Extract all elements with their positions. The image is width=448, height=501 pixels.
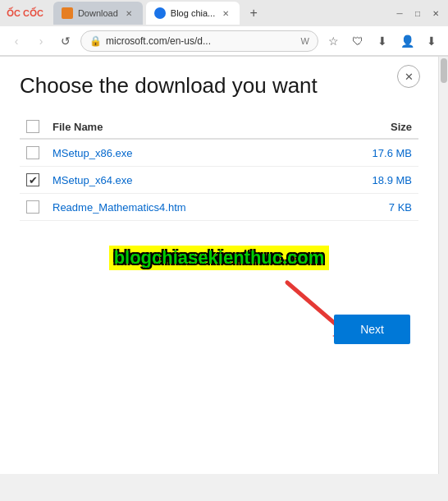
row1-filename-link[interactable]: MSetup_x86.exe <box>53 147 133 159</box>
lock-icon: 🔒 <box>89 35 102 47</box>
header-checkbox-col <box>20 115 46 139</box>
row3-checkbox[interactable] <box>26 200 39 214</box>
row1-size: 17.6 MB <box>320 139 418 167</box>
refresh-button[interactable]: ↺ <box>56 31 75 51</box>
size-header: Size <box>320 115 418 139</box>
download2-button[interactable]: ⬇ <box>422 31 441 51</box>
table-row: Readme_Mathematics4.htm 7 KB <box>20 194 418 221</box>
row2-size: 18.9 MB <box>320 167 418 194</box>
tab-download-label: Download <box>78 8 118 18</box>
file-table: File Name Size MSetup_x86.exe 17.6 MB <box>20 115 418 221</box>
scrollbar[interactable] <box>438 57 448 474</box>
tab-blog-label: Blog chia... <box>171 8 215 18</box>
page-container: ✕ Choose the download you want File Name… <box>0 57 448 474</box>
row1-size-value: 17.6 MB <box>373 147 412 159</box>
shield-button[interactable]: 🛡 <box>348 31 368 51</box>
row3-size: 7 KB <box>320 194 418 221</box>
title-bar: ỐC CỐC Download ✕ Blog chia... ✕ + ─ □ ✕ <box>0 0 448 26</box>
row1-filename: MSetup_x86.exe <box>46 139 320 167</box>
table-row: MSetup_x86.exe 17.6 MB <box>20 139 418 167</box>
bottom-area: Next <box>20 287 418 352</box>
filename-header: File Name <box>46 115 320 139</box>
row1-checkbox-cell <box>20 139 46 167</box>
table-row: ✔ MSetup_x64.exe 18.9 MB <box>20 167 418 194</box>
tab-download[interactable]: Download ✕ <box>53 2 143 25</box>
tab-blog[interactable]: Blog chia... ✕ <box>146 2 240 25</box>
close-button[interactable]: ✕ <box>430 7 441 19</box>
row2-filename: MSetup_x64.exe <box>46 167 320 194</box>
forward-button[interactable]: › <box>31 31 51 51</box>
row2-checkbox-cell: ✔ <box>20 167 46 194</box>
scrollbar-thumb[interactable] <box>441 58 447 83</box>
back-button[interactable]: ‹ <box>7 31 26 51</box>
next-button[interactable]: Next <box>334 315 410 344</box>
address-text[interactable]: microsoft.com/en-us/d... <box>106 35 297 47</box>
row2-size-value: 18.9 MB <box>373 174 412 186</box>
download-button[interactable]: ⬇ <box>373 31 392 51</box>
row1-checkbox[interactable] <box>26 146 39 159</box>
profile-button[interactable]: 👤 <box>397 31 417 51</box>
row2-checkbox[interactable]: ✔ <box>26 173 39 186</box>
checkmark-icon: ✔ <box>29 174 38 186</box>
row3-size-value: 7 KB <box>389 201 412 214</box>
browser-chrome: ỐC CỐC Download ✕ Blog chia... ✕ + ─ □ ✕… <box>0 0 448 57</box>
page-title: Choose the download you want <box>20 73 418 99</box>
row2-filename-link[interactable]: MSetup_x64.exe <box>53 174 133 186</box>
table-header-row: File Name Size <box>20 115 418 139</box>
star-button[interactable]: ☆ <box>323 31 343 51</box>
watermark-area: blogchiasekienthuc.com <box>20 246 418 270</box>
tab-blog-close[interactable]: ✕ <box>220 7 231 19</box>
address-word-icon: W <box>301 36 309 46</box>
watermark-text: blogchiasekienthuc.com <box>109 246 330 270</box>
select-all-checkbox[interactable] <box>26 120 39 133</box>
tab-blog-favicon <box>154 7 166 19</box>
new-tab-button[interactable]: + <box>243 2 264 24</box>
maximize-button[interactable]: □ <box>412 7 423 19</box>
row3-checkbox-cell <box>20 194 46 221</box>
tab-download-favicon <box>62 7 73 19</box>
tab-download-close[interactable]: ✕ <box>123 7 135 19</box>
page-content: ✕ Choose the download you want File Name… <box>0 57 438 474</box>
row3-filename-link[interactable]: Readme_Mathematics4.htm <box>53 201 186 214</box>
address-bar: ‹ › ↺ 🔒 microsoft.com/en-us/d... W ☆ 🛡 ⬇… <box>0 26 448 56</box>
minimize-button[interactable]: ─ <box>394 7 405 19</box>
row3-filename: Readme_Mathematics4.htm <box>46 194 320 221</box>
close-dialog-button[interactable]: ✕ <box>397 65 420 88</box>
coccoc-brand: ỐC CỐC <box>7 8 43 19</box>
